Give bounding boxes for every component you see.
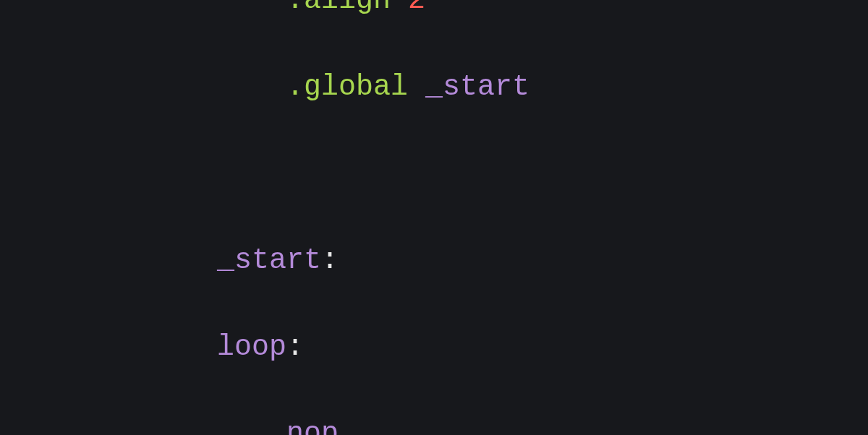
- code-block: .text .align 2 .global _start _start: lo…: [217, 0, 529, 435]
- space: [408, 71, 425, 103]
- label-loop-def: loop: [217, 331, 286, 363]
- code-line-blank: [217, 152, 529, 196]
- code-line-7: nop: [217, 413, 529, 435]
- colon: :: [286, 331, 304, 363]
- label-start-def: _start: [217, 244, 321, 277]
- code-line-2: .align 2: [217, 0, 529, 22]
- code-line-6: loop:: [217, 326, 529, 369]
- colon: :: [321, 244, 339, 277]
- code-line-5: _start:: [217, 239, 529, 283]
- number-literal: 2: [408, 0, 425, 17]
- label-start-ref: _start: [425, 71, 529, 103]
- directive-global: .global: [286, 71, 408, 103]
- code-line-3: .global _start: [217, 66, 529, 109]
- instruction-nop: nop: [286, 418, 339, 435]
- space: [391, 0, 408, 17]
- directive-align: .align: [286, 0, 391, 17]
